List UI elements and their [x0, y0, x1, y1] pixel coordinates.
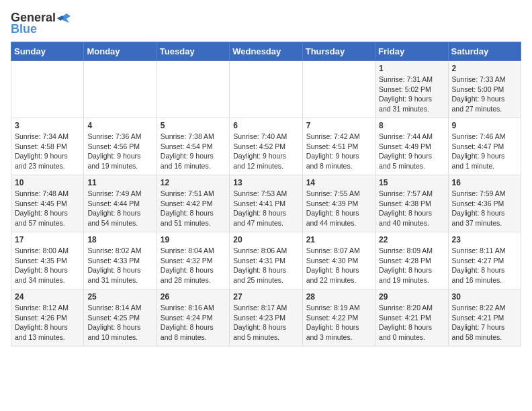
day-number: 22 [379, 235, 444, 244]
calendar-header-row: SundayMondayTuesdayWednesdayThursdayFrid… [11, 42, 521, 61]
calendar-cell: 20Sunrise: 8:06 AM Sunset: 4:31 PM Dayli… [230, 232, 302, 289]
calendar-cell: 6Sunrise: 7:40 AM Sunset: 4:52 PM Daylig… [230, 118, 302, 175]
day-info: Sunrise: 8:00 AM Sunset: 4:35 PM Dayligh… [15, 246, 80, 285]
calendar-cell [230, 61, 302, 118]
day-info: Sunrise: 8:12 AM Sunset: 4:26 PM Dayligh… [15, 303, 80, 342]
day-number: 19 [161, 235, 226, 244]
calendar-cell: 30Sunrise: 8:22 AM Sunset: 4:21 PM Dayli… [448, 289, 521, 347]
calendar-cell [157, 61, 229, 118]
day-info: Sunrise: 8:04 AM Sunset: 4:32 PM Dayligh… [161, 246, 226, 285]
calendar-cell: 1Sunrise: 7:31 AM Sunset: 5:02 PM Daylig… [375, 61, 448, 118]
day-number: 18 [87, 235, 152, 244]
day-info: Sunrise: 7:51 AM Sunset: 4:42 PM Dayligh… [161, 189, 226, 228]
calendar-cell: 14Sunrise: 7:55 AM Sunset: 4:39 PM Dayli… [302, 175, 375, 232]
calendar-week-row: 10Sunrise: 7:48 AM Sunset: 4:45 PM Dayli… [11, 175, 521, 232]
calendar-cell: 22Sunrise: 8:09 AM Sunset: 4:28 PM Dayli… [375, 232, 448, 289]
calendar-cell: 18Sunrise: 8:02 AM Sunset: 4:33 PM Dayli… [84, 232, 157, 289]
calendar-cell: 9Sunrise: 7:46 AM Sunset: 4:47 PM Daylig… [448, 118, 521, 175]
day-number: 1 [379, 64, 444, 73]
calendar-week-row: 17Sunrise: 8:00 AM Sunset: 4:35 PM Dayli… [11, 232, 521, 289]
day-info: Sunrise: 8:14 AM Sunset: 4:25 PM Dayligh… [87, 303, 152, 342]
day-number: 23 [452, 235, 517, 244]
header: General Blue [11, 11, 521, 36]
day-number: 10 [15, 178, 80, 187]
day-number: 28 [306, 292, 371, 302]
day-info: Sunrise: 8:20 AM Sunset: 4:21 PM Dayligh… [379, 303, 444, 342]
day-info: Sunrise: 8:11 AM Sunset: 4:27 PM Dayligh… [452, 246, 517, 285]
weekday-header-wednesday: Wednesday [230, 42, 302, 61]
day-number: 25 [87, 292, 152, 302]
calendar-cell: 13Sunrise: 7:53 AM Sunset: 4:41 PM Dayli… [230, 175, 302, 232]
day-number: 8 [379, 121, 444, 130]
weekday-header-thursday: Thursday [302, 42, 375, 61]
day-number: 7 [306, 121, 371, 130]
day-number: 9 [452, 121, 517, 130]
day-info: Sunrise: 7:42 AM Sunset: 4:51 PM Dayligh… [306, 132, 371, 171]
day-number: 2 [452, 64, 517, 73]
calendar-cell: 2Sunrise: 7:33 AM Sunset: 5:00 PM Daylig… [448, 61, 521, 118]
calendar-table: SundayMondayTuesdayWednesdayThursdayFrid… [11, 42, 521, 347]
day-number: 20 [233, 235, 298, 244]
calendar-cell [11, 61, 84, 118]
day-number: 30 [452, 292, 517, 302]
calendar-cell: 28Sunrise: 8:19 AM Sunset: 4:22 PM Dayli… [302, 289, 375, 347]
calendar-week-row: 3Sunrise: 7:34 AM Sunset: 4:58 PM Daylig… [11, 118, 521, 175]
day-number: 16 [452, 178, 517, 187]
day-info: Sunrise: 8:22 AM Sunset: 4:21 PM Dayligh… [452, 303, 517, 342]
calendar-cell: 29Sunrise: 8:20 AM Sunset: 4:21 PM Dayli… [375, 289, 448, 347]
calendar-cell: 23Sunrise: 8:11 AM Sunset: 4:27 PM Dayli… [448, 232, 521, 289]
calendar-cell: 21Sunrise: 8:07 AM Sunset: 4:30 PM Dayli… [302, 232, 375, 289]
calendar-cell: 7Sunrise: 7:42 AM Sunset: 4:51 PM Daylig… [302, 118, 375, 175]
day-info: Sunrise: 8:06 AM Sunset: 4:31 PM Dayligh… [233, 246, 298, 285]
weekday-header-sunday: Sunday [11, 42, 84, 61]
day-info: Sunrise: 7:34 AM Sunset: 4:58 PM Dayligh… [15, 132, 80, 171]
day-info: Sunrise: 8:16 AM Sunset: 4:24 PM Dayligh… [161, 303, 226, 342]
day-info: Sunrise: 7:49 AM Sunset: 4:44 PM Dayligh… [87, 189, 152, 228]
calendar-cell: 5Sunrise: 7:38 AM Sunset: 4:54 PM Daylig… [157, 118, 229, 175]
day-info: Sunrise: 7:31 AM Sunset: 5:02 PM Dayligh… [379, 75, 444, 114]
day-info: Sunrise: 7:36 AM Sunset: 4:56 PM Dayligh… [87, 132, 152, 171]
weekday-header-friday: Friday [375, 42, 448, 61]
logo-blue-text: Blue [11, 22, 37, 36]
day-number: 17 [15, 235, 80, 244]
calendar-cell [302, 61, 375, 118]
day-info: Sunrise: 8:02 AM Sunset: 4:33 PM Dayligh… [87, 246, 152, 285]
logo: General Blue [11, 11, 72, 36]
day-info: Sunrise: 8:19 AM Sunset: 4:22 PM Dayligh… [306, 303, 371, 342]
weekday-header-monday: Monday [84, 42, 157, 61]
calendar-cell: 10Sunrise: 7:48 AM Sunset: 4:45 PM Dayli… [11, 175, 84, 232]
day-info: Sunrise: 8:07 AM Sunset: 4:30 PM Dayligh… [306, 246, 371, 285]
day-info: Sunrise: 7:33 AM Sunset: 5:00 PM Dayligh… [452, 75, 517, 114]
day-number: 27 [233, 292, 298, 302]
day-number: 11 [87, 178, 152, 187]
logo-bird-icon [57, 12, 72, 24]
calendar-cell: 12Sunrise: 7:51 AM Sunset: 4:42 PM Dayli… [157, 175, 229, 232]
weekday-header-tuesday: Tuesday [157, 42, 229, 61]
day-info: Sunrise: 7:53 AM Sunset: 4:41 PM Dayligh… [233, 189, 298, 228]
day-number: 26 [161, 292, 226, 302]
day-number: 29 [379, 292, 444, 302]
day-number: 13 [233, 178, 298, 187]
day-info: Sunrise: 7:59 AM Sunset: 4:36 PM Dayligh… [452, 189, 517, 228]
day-number: 24 [15, 292, 80, 302]
calendar-cell: 3Sunrise: 7:34 AM Sunset: 4:58 PM Daylig… [11, 118, 84, 175]
day-number: 3 [15, 121, 80, 130]
day-info: Sunrise: 8:09 AM Sunset: 4:28 PM Dayligh… [379, 246, 444, 285]
calendar-week-row: 24Sunrise: 8:12 AM Sunset: 4:26 PM Dayli… [11, 289, 521, 347]
calendar-cell: 17Sunrise: 8:00 AM Sunset: 4:35 PM Dayli… [11, 232, 84, 289]
day-info: Sunrise: 7:40 AM Sunset: 4:52 PM Dayligh… [233, 132, 298, 171]
calendar-cell: 4Sunrise: 7:36 AM Sunset: 4:56 PM Daylig… [84, 118, 157, 175]
calendar-cell [84, 61, 157, 118]
calendar-cell: 19Sunrise: 8:04 AM Sunset: 4:32 PM Dayli… [157, 232, 229, 289]
day-number: 4 [87, 121, 152, 130]
calendar-cell: 24Sunrise: 8:12 AM Sunset: 4:26 PM Dayli… [11, 289, 84, 347]
calendar-cell: 8Sunrise: 7:44 AM Sunset: 4:49 PM Daylig… [375, 118, 448, 175]
day-number: 6 [233, 121, 298, 130]
day-info: Sunrise: 7:55 AM Sunset: 4:39 PM Dayligh… [306, 189, 371, 228]
day-number: 21 [306, 235, 371, 244]
calendar-cell: 26Sunrise: 8:16 AM Sunset: 4:24 PM Dayli… [157, 289, 229, 347]
calendar-cell: 11Sunrise: 7:49 AM Sunset: 4:44 PM Dayli… [84, 175, 157, 232]
day-number: 15 [379, 178, 444, 187]
day-number: 14 [306, 178, 371, 187]
calendar-cell: 25Sunrise: 8:14 AM Sunset: 4:25 PM Dayli… [84, 289, 157, 347]
